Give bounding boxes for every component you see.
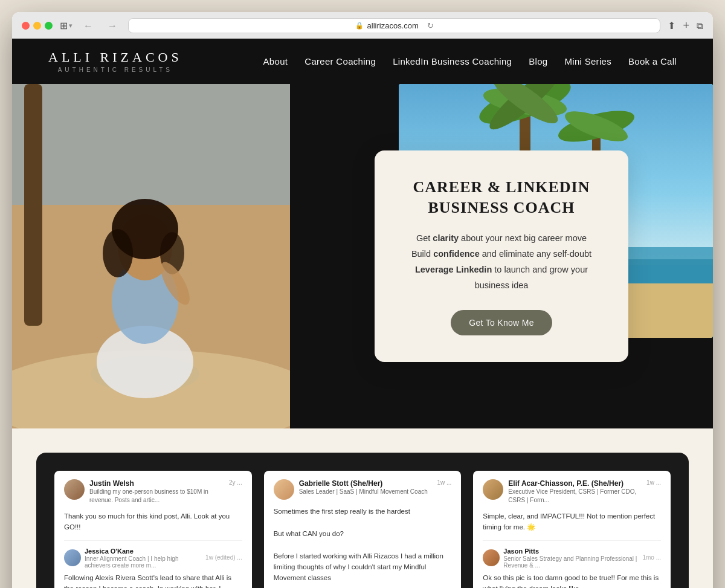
card2-poster-info: Gabrielle Stott (She/Her) Sales Leader |… <box>299 479 433 496</box>
testimonials-inner: Justin Welsh Building my one-person busi… <box>36 453 689 588</box>
card3-poster-name: Elif Acar-Chiasson, P.E. (She/Her) <box>508 479 642 488</box>
card1-poster-info: Justin Welsh Building my one-person busi… <box>89 479 224 505</box>
nav-blog[interactable]: Blog <box>529 56 547 66</box>
browser-actions: ⬆ + ⧉ <box>668 19 703 32</box>
person-svg <box>12 84 290 428</box>
testimonials-section: Justin Welsh Building my one-person busi… <box>12 428 713 588</box>
nav-about[interactable]: About <box>263 56 288 66</box>
card3-inner-poster: Jason Pitts Senior Sales Strategy and Pl… <box>503 547 639 569</box>
avatar-gabrielle <box>274 479 294 500</box>
card1-second-post: Jessica O'Kane Inner Alignment Coach | I… <box>64 540 242 588</box>
minimize-dot[interactable] <box>33 22 41 30</box>
card3-header: Elif Acar-Chiasson, P.E. (She/Her) Execu… <box>483 479 661 505</box>
hero-description: Get clarity about your next big career m… <box>406 230 597 293</box>
close-dot[interactable] <box>22 22 30 30</box>
card3-poster-info: Elif Acar-Chiasson, P.E. (She/Her) Execu… <box>508 479 642 505</box>
url-text: allirizacos.com <box>367 21 419 30</box>
card3-inner-name: Jason Pitts <box>503 548 539 555</box>
hero-left-image <box>12 84 290 428</box>
avatar-elif <box>483 479 503 500</box>
card1-inner-text: Following Alexis Rivera Scott's lead to … <box>64 572 242 588</box>
card1-poster-meta: Building my one-person business to $10M … <box>89 488 224 505</box>
browser-window: ⊞ ▾ ← → 🔒 allirizacos.com ↻ ⬆ + ⧉ ALLI R… <box>12 12 713 588</box>
hero-right-section: CAREER & LINKEDINBUSINESS COACH Get clar… <box>290 84 713 428</box>
desc-line3: Leverage Linkedin to launch and grow you… <box>415 265 588 290</box>
svg-rect-2 <box>12 84 290 205</box>
desc-line1: Get clarity about your next big career m… <box>416 233 587 243</box>
avatar-jason <box>483 549 500 566</box>
lock-icon: 🔒 <box>355 22 364 30</box>
card3-inner-time: 1mo ... <box>642 554 661 561</box>
tab-overview-button[interactable]: ⧉ <box>697 21 703 31</box>
card3-poster-meta: Executive Vice President, CSRS | Former … <box>508 488 642 505</box>
share-button[interactable]: ⬆ <box>668 20 675 31</box>
card1-inner-header: Jessica O'Kane Inner Alignment Coach | I… <box>64 547 242 569</box>
card2-text: Sometimes the first step really is the h… <box>274 506 452 588</box>
card2-poster-meta: Sales Leader | SaaS | Mindful Movement C… <box>299 488 433 496</box>
desc-line2: Build confidence and eliminate any self-… <box>411 249 591 259</box>
chevron-down-icon: ▾ <box>69 22 72 30</box>
avatar-jessica <box>64 549 81 566</box>
logo-area: ALLI RIZACOS AUTHENTIC RESULTS <box>48 50 182 73</box>
card3-inner-text: Ok so this pic is too damn good to be tr… <box>483 572 661 588</box>
svg-point-9 <box>103 229 133 277</box>
logo-tagline: AUTHENTIC RESULTS <box>48 66 182 73</box>
forward-button[interactable]: → <box>104 19 121 33</box>
card3-text: Simple, clear, and IMPACTFUL!!! Not to m… <box>483 511 661 533</box>
card1-inner-meta: Inner Alignment Coach | I help high achi… <box>85 555 202 569</box>
card1-inner-name: Jessica O'Kane <box>85 548 134 555</box>
traffic-lights <box>22 22 53 30</box>
avatar-justin <box>64 479 85 500</box>
testimonial-card-3: Elif Acar-Chiasson, P.E. (She/Her) Execu… <box>473 471 671 588</box>
card3-inner-meta: Senior Sales Strategy and Planning Profe… <box>503 555 639 569</box>
card2-time: 1w ... <box>437 479 451 486</box>
reload-icon[interactable]: ↻ <box>427 21 434 30</box>
cta-button[interactable]: Get To Know Me <box>451 310 552 335</box>
nav-linkedin-coaching[interactable]: LinkedIn Business Coaching <box>393 56 512 66</box>
svg-rect-3 <box>24 84 42 326</box>
back-button[interactable]: ← <box>80 19 97 33</box>
card3-time: 1w ... <box>646 479 661 486</box>
hero-title: CAREER & LINKEDINBUSINESS COACH <box>406 177 597 218</box>
sidebar-toggle-button[interactable]: ⊞ ▾ <box>60 20 72 31</box>
site-header: ALLI RIZACOS AUTHENTIC RESULTS About Car… <box>12 39 713 84</box>
nav-mini-series[interactable]: Mini Series <box>564 56 611 66</box>
testimonial-card-1: Justin Welsh Building my one-person busi… <box>54 471 252 588</box>
card1-inner-poster: Jessica O'Kane Inner Alignment Coach | I… <box>85 547 202 569</box>
sidebar-icon: ⊞ <box>60 20 68 31</box>
card1-inner-time: 1w (edited) ... <box>205 554 242 561</box>
new-tab-button[interactable]: + <box>683 19 689 32</box>
hero-section: CAREER & LINKEDINBUSINESS COACH Get clar… <box>12 84 713 428</box>
card2-header: Gabrielle Stott (She/Her) Sales Leader |… <box>274 479 452 500</box>
card2-poster-name: Gabrielle Stott (She/Her) <box>299 479 433 488</box>
logo-name[interactable]: ALLI RIZACOS <box>48 50 182 65</box>
card1-time: 2y ... <box>229 479 242 486</box>
testimonial-card-2: Gabrielle Stott (She/Her) Sales Leader |… <box>264 471 462 588</box>
hero-card: CAREER & LINKEDINBUSINESS COACH Get clar… <box>375 150 628 362</box>
card1-text: Thank you so much for this kind post, Al… <box>64 511 242 533</box>
card3-inner-header: Jason Pitts Senior Sales Strategy and Pl… <box>483 547 661 569</box>
site-nav: About Career Coaching LinkedIn Business … <box>263 56 677 66</box>
maximize-dot[interactable] <box>45 22 53 30</box>
browser-chrome: ⊞ ▾ ← → 🔒 allirizacos.com ↻ ⬆ + ⧉ <box>12 12 713 39</box>
nav-career-coaching[interactable]: Career Coaching <box>304 56 376 66</box>
address-bar[interactable]: 🔒 allirizacos.com ↻ <box>128 18 660 33</box>
card3-second-post: Jason Pitts Senior Sales Strategy and Pl… <box>483 540 661 588</box>
nav-book-call[interactable]: Book a Call <box>628 56 677 66</box>
card1-poster-name: Justin Welsh <box>89 479 224 488</box>
website: ALLI RIZACOS AUTHENTIC RESULTS About Car… <box>12 39 713 588</box>
card1-header: Justin Welsh Building my one-person busi… <box>64 479 242 505</box>
